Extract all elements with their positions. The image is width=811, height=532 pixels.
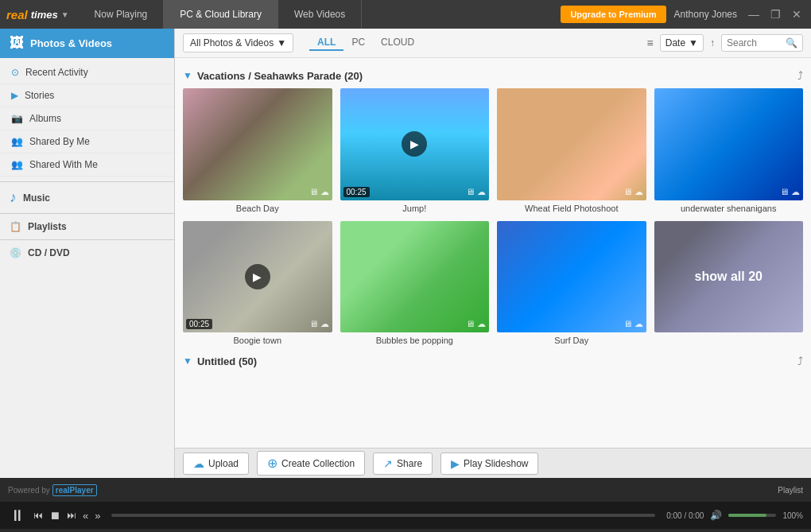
collection-toggle-icon[interactable]: ▼: [183, 70, 192, 81]
cd-dvd-icon: 💿: [10, 247, 21, 258]
cloud-icon-4: ☁: [791, 187, 800, 197]
media-thumb-bubbles: 🖥 ☁: [340, 221, 490, 333]
shared-by-me-label: Shared By Me: [29, 136, 90, 147]
sidebar-item-music[interactable]: ♪ Music: [0, 184, 174, 212]
prev-start-button[interactable]: ⏮: [33, 510, 43, 521]
sort-dropdown[interactable]: Date ▼: [660, 34, 704, 52]
media-item-boogie-town[interactable]: ▶ 00:25 🖥 ☁ Boogie town: [183, 221, 332, 346]
music-label: Music: [23, 192, 50, 204]
search-input[interactable]: [727, 37, 782, 49]
sidebar-divider-2: [0, 213, 174, 214]
media-area: ▼ Vacations / Seahawks Parade (20) ⤴ 🖥 ☁…: [175, 58, 811, 448]
cloud-icon-3: ☁: [634, 187, 643, 197]
stories-label: Stories: [25, 90, 54, 101]
rewind-button[interactable]: «: [83, 510, 88, 522]
sidebar-item-shared-with-me[interactable]: 👥 Shared With Me: [0, 153, 174, 177]
recent-activity-icon: ⊙: [11, 67, 19, 78]
realplayer-logo: realPlayer: [52, 484, 97, 496]
list-view-icon[interactable]: ≡: [647, 37, 654, 49]
forward-button[interactable]: »: [95, 510, 100, 522]
sort-direction-icon[interactable]: ↑: [710, 37, 715, 49]
media-item-jump[interactable]: ▶ 00:25 🖥 ☁ Jump!: [340, 88, 490, 213]
volume-bar[interactable]: [728, 514, 776, 517]
stop-button[interactable]: ⏹: [49, 509, 60, 522]
sidebar-item-albums[interactable]: 📷 Albums: [0, 107, 174, 130]
content-toolbar: All Photos & Videos ▼ ALL PC CLOUD ≡ Dat…: [175, 29, 811, 58]
play-button-jump[interactable]: ▶: [402, 131, 427, 157]
cloud-icon-2: ☁: [477, 187, 486, 197]
view-tab-cloud[interactable]: CLOUD: [373, 35, 422, 51]
media-thumb-show-all: show all 20: [654, 221, 804, 333]
playlist-button[interactable]: Playlist: [778, 486, 803, 495]
media-item-surf-day[interactable]: 🖥 ☁ Surf Day: [497, 221, 646, 346]
logo-icon: real: [6, 8, 28, 21]
duration-jump: 00:25: [343, 187, 370, 197]
volume-fill: [728, 514, 766, 517]
app-logo[interactable]: realtimes ▼: [6, 8, 69, 21]
media-grid-vacations: 🖥 ☁ Beach Day ▶ 00:25 🖥 ☁: [183, 88, 803, 345]
media-item-show-all[interactable]: show all 20: [654, 221, 804, 346]
close-button[interactable]: ✕: [789, 6, 805, 22]
albums-icon: 📷: [11, 113, 23, 124]
sidebar-item-playlists[interactable]: 📋 Playlists: [0, 216, 174, 238]
tab-now-playing[interactable]: Now Playing: [79, 0, 165, 29]
media-item-beach-day[interactable]: 🖥 ☁ Beach Day: [183, 88, 332, 213]
sort-label: Date: [665, 37, 685, 49]
play-slideshow-button[interactable]: ▶ Play Slideshow: [440, 452, 538, 475]
user-name: Anthony Jones: [674, 9, 737, 20]
shared-with-me-icon: 👥: [11, 159, 23, 170]
collection-title-untitled: Untitled (50): [197, 355, 257, 367]
share-button[interactable]: ↗ Share: [373, 452, 433, 475]
logo-dropdown-icon[interactable]: ▼: [61, 10, 69, 19]
restore-button[interactable]: ❐: [767, 6, 784, 22]
screen-icon: 🖥: [309, 187, 318, 197]
recent-activity-label: Recent Activity: [25, 67, 88, 78]
volume-percent: 100%: [782, 511, 803, 520]
play-button-boogie[interactable]: ▶: [245, 264, 270, 289]
upload-button[interactable]: ☁ Upload: [183, 452, 249, 475]
music-icon: ♪: [10, 189, 17, 206]
search-icon[interactable]: 🔍: [786, 37, 797, 49]
media-thumb-boogie-town: ▶ 00:25 🖥 ☁: [183, 221, 332, 333]
view-tab-all[interactable]: ALL: [309, 35, 343, 51]
sidebar-divider-3: [0, 239, 174, 240]
sidebar-item-cd-dvd[interactable]: 💿 CD / DVD: [0, 242, 174, 264]
media-item-bubbles[interactable]: 🖥 ☁ Bubbles be popping: [340, 221, 490, 346]
sidebar-header-photos-videos[interactable]: 🖼 Photos & Videos: [0, 29, 174, 58]
tab-pc-cloud-library[interactable]: PC & Cloud Library: [164, 0, 278, 29]
photos-videos-icon: 🖼: [10, 35, 24, 52]
search-box: 🔍: [721, 34, 803, 52]
collection-toggle-untitled-icon[interactable]: ▼: [183, 355, 192, 367]
tab-web-videos[interactable]: Web Videos: [278, 0, 362, 29]
media-thumb-jump: ▶ 00:25 🖥 ☁: [340, 88, 490, 200]
media-label-surf-day: Surf Day: [554, 336, 588, 345]
play-pause-button[interactable]: ⏸: [8, 505, 27, 526]
media-item-wheat-field[interactable]: 🖥 ☁ Wheat Field Photoshoot: [497, 88, 646, 213]
collection-share-icon[interactable]: ⤴: [797, 69, 803, 82]
cloud-icon-6: ☁: [477, 319, 486, 329]
sidebar-item-recent-activity[interactable]: ⊙ Recent Activity: [0, 61, 174, 84]
sidebar-item-stories[interactable]: ▶ Stories: [0, 84, 174, 107]
cloud-icon: ☁: [320, 187, 329, 197]
toolbar-right: ≡ Date ▼ ↑ 🔍: [647, 34, 803, 52]
media-label-wheat-field: Wheat Field Photoshoot: [525, 204, 618, 213]
filter-dropdown[interactable]: All Photos & Videos ▼: [183, 33, 293, 52]
sidebar-item-shared-by-me[interactable]: 👥 Shared By Me: [0, 130, 174, 153]
upgrade-button[interactable]: Upgrade to Premium: [561, 6, 665, 23]
screen-icon-6: 🖥: [466, 319, 475, 329]
media-label-underwater: underwater shenanigans: [681, 204, 776, 213]
screen-icon-5: 🖥: [309, 319, 318, 329]
sort-arrow-icon: ▼: [689, 37, 698, 49]
progress-bar[interactable]: [111, 514, 655, 517]
player-footer: Powered by realPlayer Playlist: [0, 478, 811, 502]
minimize-button[interactable]: —: [745, 6, 762, 22]
view-tab-pc[interactable]: PC: [343, 35, 373, 51]
view-tabs: ALL PC CLOUD: [309, 35, 422, 51]
next-end-button[interactable]: ⏭: [67, 510, 76, 521]
collection-share-untitled-icon[interactable]: ⤴: [797, 355, 803, 367]
shared-by-me-icon: 👥: [11, 136, 23, 147]
create-collection-icon: ⊕: [267, 456, 277, 471]
media-item-underwater[interactable]: 🖥 ☁ underwater shenanigans: [654, 88, 804, 213]
create-collection-button[interactable]: ⊕ Create Collection: [257, 451, 365, 476]
content-area: All Photos & Videos ▼ ALL PC CLOUD ≡ Dat…: [175, 29, 811, 478]
